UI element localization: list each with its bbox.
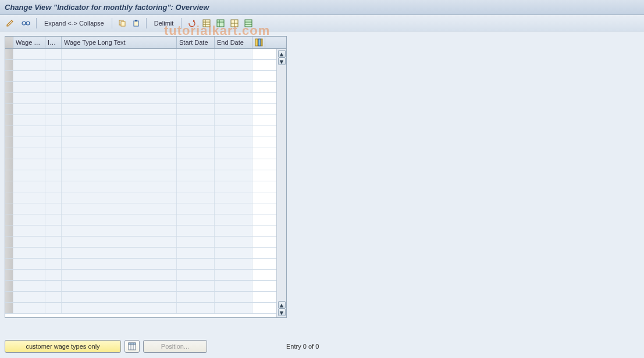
cell-inf[interactable] <box>45 93 62 103</box>
cell-long-text[interactable] <box>62 259 177 269</box>
column-header-end-date[interactable]: End Date <box>215 37 252 48</box>
cell-start-date[interactable] <box>177 159 215 170</box>
table-row[interactable] <box>5 259 276 270</box>
cell-start-date[interactable] <box>177 137 215 148</box>
column-header-start-date[interactable]: Start Date <box>177 37 215 48</box>
row-selector[interactable] <box>5 181 13 192</box>
table-row[interactable] <box>5 225 276 237</box>
cell-end-date[interactable] <box>215 214 252 225</box>
scroll-down2-button[interactable]: ▼ <box>278 309 286 316</box>
table-row[interactable] <box>5 192 276 203</box>
scroll-up-button[interactable]: ▲ <box>278 50 286 58</box>
cell-end-date[interactable] <box>215 82 252 92</box>
table-row[interactable] <box>5 159 276 170</box>
cell-start-date[interactable] <box>177 192 215 203</box>
row-selector[interactable] <box>5 214 13 225</box>
cell-long-text[interactable] <box>62 248 177 258</box>
cell-inf[interactable] <box>45 60 62 70</box>
column-header-long-text[interactable]: Wage Type Long Text <box>62 37 177 48</box>
cell-inf[interactable] <box>45 126 62 137</box>
row-selector[interactable] <box>5 225 13 236</box>
table-row[interactable] <box>5 181 276 192</box>
cell-long-text[interactable] <box>62 115 177 126</box>
cell-inf[interactable] <box>45 71 62 81</box>
cell-end-date[interactable] <box>215 181 252 192</box>
cell-inf[interactable] <box>45 292 62 302</box>
scroll-down-button[interactable]: ▼ <box>278 58 286 65</box>
row-selector[interactable] <box>5 237 13 247</box>
cell-long-text[interactable] <box>62 49 177 59</box>
row-selector[interactable] <box>5 137 13 148</box>
cell-start-date[interactable] <box>177 259 215 269</box>
cell-end-date[interactable] <box>215 281 252 291</box>
row-selector[interactable] <box>5 159 13 170</box>
column-header-wage-type[interactable]: Wage Ty... <box>13 37 45 48</box>
cell-end-date[interactable] <box>215 159 252 170</box>
cell-end-date[interactable] <box>215 115 252 126</box>
expand-collapse-button[interactable]: Expand <-> Collapse <box>40 17 108 29</box>
row-selector[interactable] <box>5 82 13 92</box>
table-display-button[interactable] <box>242 17 255 29</box>
cell-wage-type[interactable] <box>13 281 45 291</box>
cell-wage-type[interactable] <box>13 237 45 247</box>
delimit-button[interactable]: Delimit <box>150 17 178 29</box>
row-selector[interactable] <box>5 60 13 70</box>
cell-start-date[interactable] <box>177 71 215 81</box>
cell-wage-type[interactable] <box>13 71 45 81</box>
cell-long-text[interactable] <box>62 148 177 159</box>
cell-long-text[interactable] <box>62 281 177 291</box>
position-icon-button[interactable] <box>124 340 140 353</box>
cell-inf[interactable] <box>45 82 62 92</box>
cell-end-date[interactable] <box>215 148 252 159</box>
cell-wage-type[interactable] <box>13 104 45 114</box>
cell-wage-type[interactable] <box>13 292 45 302</box>
cell-inf[interactable] <box>45 248 62 258</box>
cell-wage-type[interactable] <box>13 115 45 126</box>
cell-inf[interactable] <box>45 137 62 148</box>
select-all-column[interactable] <box>5 37 13 48</box>
table-row[interactable] <box>5 270 276 281</box>
row-selector[interactable] <box>5 281 13 291</box>
cell-start-date[interactable] <box>177 203 215 214</box>
cell-end-date[interactable] <box>215 126 252 137</box>
cell-end-date[interactable] <box>215 170 252 181</box>
cell-long-text[interactable] <box>62 60 177 70</box>
cell-end-date[interactable] <box>215 137 252 148</box>
cell-start-date[interactable] <box>177 303 215 313</box>
vertical-scrollbar[interactable]: ▲ ▼ ▲ ▼ <box>276 49 286 317</box>
cell-end-date[interactable] <box>215 71 252 81</box>
cell-long-text[interactable] <box>62 82 177 92</box>
table-row[interactable] <box>5 60 276 71</box>
cell-end-date[interactable] <box>215 93 252 103</box>
cell-start-date[interactable] <box>177 148 215 159</box>
cell-inf[interactable] <box>45 148 62 159</box>
row-selector[interactable] <box>5 170 13 181</box>
cell-end-date[interactable] <box>215 60 252 70</box>
row-selector[interactable] <box>5 115 13 126</box>
cell-inf[interactable] <box>45 259 62 269</box>
cell-end-date[interactable] <box>215 248 252 258</box>
cell-wage-type[interactable] <box>13 49 45 59</box>
table-row[interactable] <box>5 115 276 126</box>
position-button[interactable]: Position... <box>143 340 207 353</box>
cell-wage-type[interactable] <box>13 126 45 137</box>
cell-wage-type[interactable] <box>13 170 45 181</box>
cell-start-date[interactable] <box>177 270 215 280</box>
row-selector[interactable] <box>5 93 13 103</box>
cell-start-date[interactable] <box>177 181 215 192</box>
cell-long-text[interactable] <box>62 225 177 236</box>
cell-long-text[interactable] <box>62 270 177 280</box>
cell-long-text[interactable] <box>62 93 177 103</box>
cell-end-date[interactable] <box>215 203 252 214</box>
row-selector[interactable] <box>5 270 13 280</box>
cell-wage-type[interactable] <box>13 203 45 214</box>
table-row[interactable] <box>5 248 276 259</box>
cell-inf[interactable] <box>45 270 62 280</box>
cell-end-date[interactable] <box>215 270 252 280</box>
cell-inf[interactable] <box>45 49 62 59</box>
table-row[interactable] <box>5 104 276 115</box>
cell-inf[interactable] <box>45 115 62 126</box>
cell-start-date[interactable] <box>177 60 215 70</box>
cell-wage-type[interactable] <box>13 248 45 258</box>
cell-inf[interactable] <box>45 181 62 192</box>
